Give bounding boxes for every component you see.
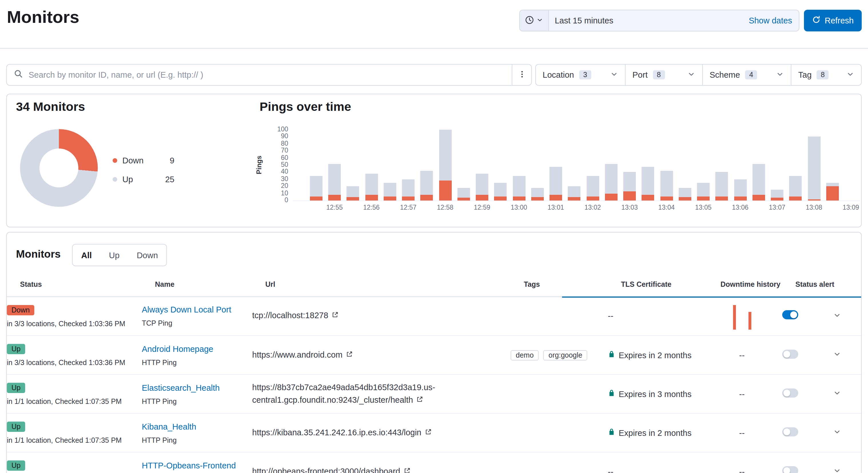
toggle-knob (790, 311, 797, 318)
search-options-button[interactable] (512, 65, 531, 85)
ping-bar (789, 176, 802, 201)
ping-bar (752, 164, 765, 201)
expand-row-button[interactable] (829, 386, 845, 402)
down-segment (679, 197, 691, 201)
search-input-wrapper (6, 64, 532, 86)
external-link-icon[interactable] (328, 311, 339, 320)
column-header-tls-certificate[interactable]: TLS Certificate (621, 280, 720, 289)
column-header-expand (842, 280, 858, 289)
search-icon (14, 69, 23, 80)
expand-row-button[interactable] (829, 425, 845, 441)
monitor-name-link[interactable]: Elasticsearch_Health (142, 383, 220, 392)
chevron-down-icon (833, 428, 841, 438)
up-segment (365, 174, 378, 195)
down-segment (789, 196, 802, 201)
external-link-icon[interactable] (342, 350, 353, 359)
status-donut-chart (20, 129, 98, 207)
chevron-down-icon (833, 389, 841, 399)
refresh-button[interactable]: Refresh (804, 10, 862, 31)
monitor-type: HTTP Ping (142, 436, 246, 444)
up-segment (789, 176, 802, 196)
status-alert-toggle[interactable] (782, 388, 798, 397)
monitor-name-link[interactable]: Kibana_Health (142, 422, 196, 431)
time-range-value[interactable]: Last 15 minutes (549, 16, 742, 25)
pings-y-axis: 0102030405060708090100 (265, 94, 288, 228)
filter-button-scheme[interactable]: Scheme4 (703, 65, 792, 85)
expand-row-button[interactable] (829, 308, 845, 324)
column-header-status-alert[interactable]: Status alert (795, 280, 842, 289)
down-segment (808, 199, 820, 201)
expand-cell (829, 308, 845, 324)
ping-bar (660, 171, 673, 201)
monitor-name-link[interactable]: HTTP-Opbeans-Frontend (142, 461, 236, 470)
tls-certificate-cell: -- (608, 311, 707, 320)
pings-y-axis-label: Pings (255, 130, 263, 201)
tab-down[interactable]: Down (128, 244, 166, 266)
tag-badge[interactable]: demo (510, 350, 539, 361)
downtime-history-cell: -- (707, 350, 782, 360)
status-alert-toggle[interactable] (782, 427, 798, 436)
x-tick-label: 13:05 (695, 204, 712, 211)
filter-count-badge: 4 (745, 70, 757, 79)
filter-button-location[interactable]: Location3 (536, 65, 625, 85)
down-swatch-icon (113, 158, 117, 163)
table-row: Upin 1/1 location, Checked 1:07:35 PMEla… (7, 375, 861, 414)
external-link-icon[interactable] (400, 467, 410, 473)
external-link-icon[interactable] (413, 395, 424, 404)
status-detail: in 3/3 locations, Checked 1:03:36 PM (7, 319, 136, 328)
down-segment (605, 193, 618, 201)
tab-up[interactable]: Up (100, 244, 128, 266)
monitor-url: http://opbeans-frontend:3000/dashboard (252, 466, 475, 473)
toggle-knob (783, 389, 790, 396)
pings-x-axis: 12:5512:5612:5712:5812:5913:0013:0113:02… (293, 204, 865, 213)
tab-all[interactable]: All (73, 244, 100, 266)
column-header-status[interactable]: Status (20, 280, 155, 289)
status-alert-cell (782, 427, 829, 438)
filter-count-badge: 8 (817, 70, 829, 79)
tls-certificate-cell: Expires in 2 months (608, 428, 707, 438)
filter-button-tag[interactable]: Tag8 (792, 65, 861, 85)
status-badge: Up (7, 421, 25, 432)
status-alert-toggle[interactable] (782, 310, 798, 319)
status-alert-toggle[interactable] (782, 466, 798, 473)
column-header-tags[interactable]: Tags (524, 280, 621, 289)
column-header-downtime-history[interactable]: Downtime history (720, 280, 795, 289)
legend-item-up[interactable]: Up25 (113, 170, 175, 189)
x-tick-label: 13:00 (510, 204, 527, 211)
status-filter-tabs: AllUpDown (72, 244, 167, 266)
ping-bar (716, 172, 728, 201)
column-header-url[interactable]: Url (265, 280, 524, 289)
x-tick-label: 13:08 (806, 204, 822, 211)
filter-label: Location (542, 70, 574, 79)
column-header-name[interactable]: Name (155, 280, 265, 289)
show-dates-link[interactable]: Show dates (742, 16, 799, 25)
down-segment (328, 195, 341, 201)
down-segment (623, 191, 636, 201)
monitor-url-text: https://kibana.35.241.242.16.ip.es.io:44… (252, 428, 422, 437)
status-alert-toggle[interactable] (782, 349, 798, 359)
external-link-icon[interactable] (422, 428, 432, 437)
lock-icon (608, 389, 615, 399)
monitor-name-link[interactable]: Always Down Local Port (142, 305, 231, 314)
search-input[interactable] (27, 64, 512, 86)
time-quick-select-button[interactable] (520, 10, 549, 31)
name-cell: Kibana_HealthHTTP Ping (142, 421, 252, 444)
legend-item-down[interactable]: Down9 (113, 151, 175, 170)
up-segment (771, 190, 783, 198)
status-detail: in 1/1 location, Checked 1:07:35 PM (7, 436, 136, 444)
downtime-bar (748, 312, 751, 330)
expand-row-button[interactable] (829, 464, 845, 473)
monitor-name-link[interactable]: Android Homepage (142, 344, 213, 353)
up-segment (550, 167, 562, 195)
up-segment (310, 176, 322, 196)
up-segment (402, 179, 414, 197)
name-cell: Always Down Local PortTCP Ping (142, 304, 252, 327)
monitor-url: tcp://localhost:18278 (252, 310, 475, 322)
up-segment (586, 176, 599, 196)
expand-row-button[interactable] (829, 347, 845, 363)
filter-button-port[interactable]: Port8 (625, 65, 703, 85)
down-segment (586, 196, 599, 201)
tag-badge[interactable]: org:google (544, 350, 588, 361)
table-row: Upin 3/3 locations, Checked 1:03:36 PMAn… (7, 336, 861, 375)
monitor-url: https://www.android.com (252, 349, 475, 361)
